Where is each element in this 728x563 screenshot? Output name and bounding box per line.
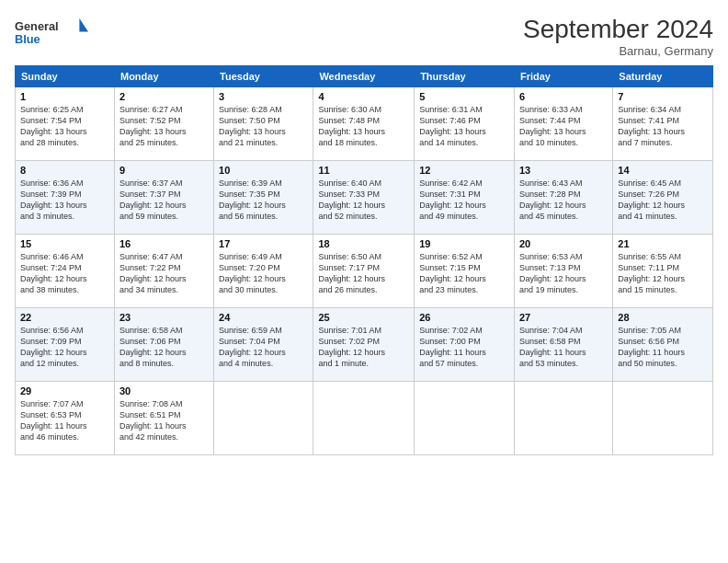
day-cell: 7Sunrise: 6:34 AM Sunset: 7:41 PM Daylig…: [613, 87, 713, 161]
day-cell: 5Sunrise: 6:31 AM Sunset: 7:46 PM Daylig…: [415, 87, 515, 161]
day-number: 4: [318, 91, 409, 102]
day-cell: [214, 382, 313, 455]
day-cell: 17Sunrise: 6:49 AM Sunset: 7:20 PM Dayli…: [214, 235, 313, 308]
day-cell: 1Sunrise: 6:25 AM Sunset: 7:54 PM Daylig…: [16, 87, 115, 161]
subtitle: Barnau, Germany: [523, 44, 713, 58]
day-cell: 19Sunrise: 6:52 AM Sunset: 7:15 PM Dayli…: [415, 235, 515, 308]
day-cell: [313, 382, 415, 455]
day-number: 14: [618, 165, 708, 176]
day-cell: 29Sunrise: 7:07 AM Sunset: 6:53 PM Dayli…: [16, 382, 115, 455]
day-number: 28: [618, 312, 708, 323]
day-detail: Sunrise: 6:53 AM Sunset: 7:13 PM Dayligh…: [519, 251, 608, 296]
day-number: 12: [419, 165, 509, 176]
header-cell-tuesday: Tuesday: [214, 66, 313, 87]
day-detail: Sunrise: 7:01 AM Sunset: 7:02 PM Dayligh…: [318, 325, 409, 370]
day-cell: 8Sunrise: 6:36 AM Sunset: 7:39 PM Daylig…: [16, 161, 115, 235]
day-number: 8: [20, 165, 109, 176]
day-number: 17: [219, 238, 308, 249]
logo: General Blue: [15, 15, 88, 52]
day-detail: Sunrise: 6:47 AM Sunset: 7:22 PM Dayligh…: [119, 251, 209, 296]
day-detail: Sunrise: 6:59 AM Sunset: 7:04 PM Dayligh…: [219, 325, 308, 370]
day-cell: 11Sunrise: 6:40 AM Sunset: 7:33 PM Dayli…: [313, 161, 415, 235]
day-detail: Sunrise: 6:39 AM Sunset: 7:35 PM Dayligh…: [219, 178, 308, 223]
day-cell: [613, 382, 713, 455]
day-number: 27: [519, 312, 608, 323]
header-cell-wednesday: Wednesday: [313, 66, 415, 87]
day-detail: Sunrise: 6:58 AM Sunset: 7:06 PM Dayligh…: [119, 325, 209, 370]
month-title: September 2024: [523, 15, 713, 44]
day-detail: Sunrise: 6:46 AM Sunset: 7:24 PM Dayligh…: [20, 251, 109, 296]
svg-text:General: General: [15, 19, 59, 33]
day-detail: Sunrise: 6:49 AM Sunset: 7:20 PM Dayligh…: [219, 251, 308, 296]
svg-text:Blue: Blue: [15, 32, 40, 46]
day-detail: Sunrise: 6:56 AM Sunset: 7:09 PM Dayligh…: [20, 325, 109, 370]
day-detail: Sunrise: 6:50 AM Sunset: 7:17 PM Dayligh…: [318, 251, 409, 296]
day-detail: Sunrise: 7:08 AM Sunset: 6:51 PM Dayligh…: [119, 398, 209, 443]
logo-svg: General Blue: [15, 15, 88, 52]
day-number: 18: [318, 238, 409, 249]
day-number: 30: [119, 385, 209, 396]
day-number: 11: [318, 165, 409, 176]
day-detail: Sunrise: 6:40 AM Sunset: 7:33 PM Dayligh…: [318, 178, 409, 223]
header: General Blue September 2024 Barnau, Germ…: [15, 15, 713, 58]
day-detail: Sunrise: 6:45 AM Sunset: 7:26 PM Dayligh…: [618, 178, 708, 223]
day-detail: Sunrise: 6:28 AM Sunset: 7:50 PM Dayligh…: [219, 104, 308, 149]
day-detail: Sunrise: 7:02 AM Sunset: 7:00 PM Dayligh…: [419, 325, 509, 370]
day-detail: Sunrise: 6:30 AM Sunset: 7:48 PM Dayligh…: [318, 104, 409, 149]
header-cell-saturday: Saturday: [613, 66, 713, 87]
day-number: 26: [419, 312, 509, 323]
week-row-3: 15Sunrise: 6:46 AM Sunset: 7:24 PM Dayli…: [16, 235, 713, 308]
page: General Blue September 2024 Barnau, Germ…: [0, 0, 728, 563]
title-block: September 2024 Barnau, Germany: [523, 15, 713, 58]
day-number: 3: [219, 91, 308, 102]
day-number: 2: [119, 91, 209, 102]
day-detail: Sunrise: 6:31 AM Sunset: 7:46 PM Dayligh…: [419, 104, 509, 149]
day-detail: Sunrise: 6:25 AM Sunset: 7:54 PM Dayligh…: [20, 104, 109, 149]
day-cell: 6Sunrise: 6:33 AM Sunset: 7:44 PM Daylig…: [514, 87, 612, 161]
day-detail: Sunrise: 6:37 AM Sunset: 7:37 PM Dayligh…: [119, 178, 209, 223]
header-cell-sunday: Sunday: [16, 66, 115, 87]
day-cell: 23Sunrise: 6:58 AM Sunset: 7:06 PM Dayli…: [114, 308, 213, 382]
day-detail: Sunrise: 6:55 AM Sunset: 7:11 PM Dayligh…: [618, 251, 708, 296]
day-detail: Sunrise: 6:27 AM Sunset: 7:52 PM Dayligh…: [119, 104, 209, 149]
day-number: 20: [519, 238, 608, 249]
day-detail: Sunrise: 6:36 AM Sunset: 7:39 PM Dayligh…: [20, 178, 109, 223]
day-cell: 27Sunrise: 7:04 AM Sunset: 6:58 PM Dayli…: [514, 308, 612, 382]
day-number: 5: [419, 91, 509, 102]
day-cell: 18Sunrise: 6:50 AM Sunset: 7:17 PM Dayli…: [313, 235, 415, 308]
header-cell-monday: Monday: [114, 66, 213, 87]
day-number: 10: [219, 165, 308, 176]
day-cell: 4Sunrise: 6:30 AM Sunset: 7:48 PM Daylig…: [313, 87, 415, 161]
day-number: 9: [119, 165, 209, 176]
day-detail: Sunrise: 6:52 AM Sunset: 7:15 PM Dayligh…: [419, 251, 509, 296]
day-cell: 13Sunrise: 6:43 AM Sunset: 7:28 PM Dayli…: [514, 161, 612, 235]
day-cell: 26Sunrise: 7:02 AM Sunset: 7:00 PM Dayli…: [415, 308, 515, 382]
day-number: 15: [20, 238, 109, 249]
header-row: SundayMondayTuesdayWednesdayThursdayFrid…: [16, 66, 713, 87]
header-cell-thursday: Thursday: [415, 66, 515, 87]
day-cell: 10Sunrise: 6:39 AM Sunset: 7:35 PM Dayli…: [214, 161, 313, 235]
day-number: 24: [219, 312, 308, 323]
week-row-2: 8Sunrise: 6:36 AM Sunset: 7:39 PM Daylig…: [16, 161, 713, 235]
day-cell: 15Sunrise: 6:46 AM Sunset: 7:24 PM Dayli…: [16, 235, 115, 308]
week-row-1: 1Sunrise: 6:25 AM Sunset: 7:54 PM Daylig…: [16, 87, 713, 161]
day-number: 6: [519, 91, 608, 102]
day-number: 29: [20, 385, 109, 396]
day-cell: 12Sunrise: 6:42 AM Sunset: 7:31 PM Dayli…: [415, 161, 515, 235]
day-detail: Sunrise: 6:34 AM Sunset: 7:41 PM Dayligh…: [618, 104, 708, 149]
day-cell: 9Sunrise: 6:37 AM Sunset: 7:37 PM Daylig…: [114, 161, 213, 235]
day-number: 13: [519, 165, 608, 176]
day-cell: 30Sunrise: 7:08 AM Sunset: 6:51 PM Dayli…: [114, 382, 213, 455]
day-cell: 24Sunrise: 6:59 AM Sunset: 7:04 PM Dayli…: [214, 308, 313, 382]
day-detail: Sunrise: 6:33 AM Sunset: 7:44 PM Dayligh…: [519, 104, 608, 149]
svg-marker-2: [79, 18, 88, 31]
week-row-5: 29Sunrise: 7:07 AM Sunset: 6:53 PM Dayli…: [16, 382, 713, 455]
day-detail: Sunrise: 6:43 AM Sunset: 7:28 PM Dayligh…: [519, 178, 608, 223]
header-cell-friday: Friday: [514, 66, 612, 87]
week-row-4: 22Sunrise: 6:56 AM Sunset: 7:09 PM Dayli…: [16, 308, 713, 382]
day-cell: 21Sunrise: 6:55 AM Sunset: 7:11 PM Dayli…: [613, 235, 713, 308]
day-number: 23: [119, 312, 209, 323]
day-cell: [514, 382, 612, 455]
day-number: 1: [20, 91, 109, 102]
day-detail: Sunrise: 7:07 AM Sunset: 6:53 PM Dayligh…: [20, 398, 109, 443]
